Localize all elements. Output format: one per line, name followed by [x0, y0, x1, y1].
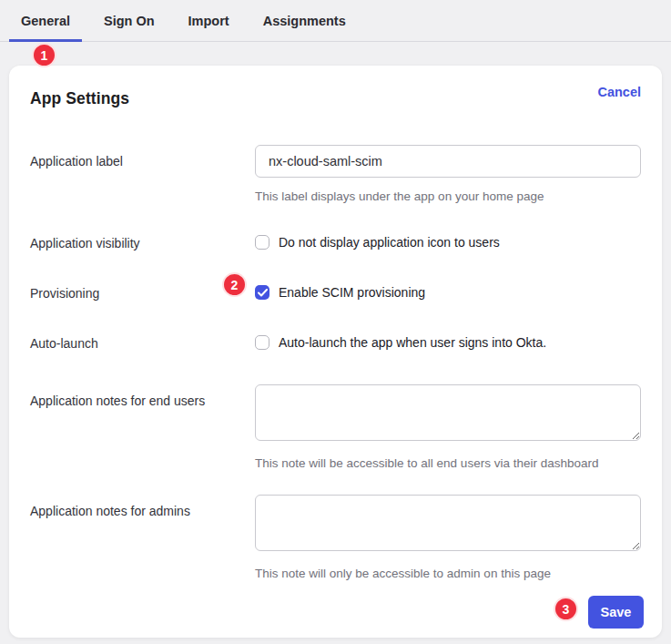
field-helper-text: This label displays under the app on you… — [255, 189, 641, 204]
tab-sign-on[interactable]: Sign On — [92, 0, 167, 41]
app-settings-card: App Settings Cancel Application label Th… — [9, 66, 662, 638]
checkbox-label[interactable]: Enable SCIM provisioning — [279, 285, 425, 300]
step-badge-1: 1 — [32, 43, 56, 67]
cancel-link[interactable]: Cancel — [597, 85, 641, 99]
form-row-auto-launch: Auto-launch Auto-launch the app when use… — [30, 334, 641, 352]
form-row-provisioning: Provisioning Enable SCIM provisioning — [30, 284, 641, 302]
hide-app-icon-checkbox[interactable] — [255, 235, 269, 250]
application-label-input[interactable] — [255, 145, 641, 178]
page-title: App Settings — [30, 89, 129, 108]
check-icon — [258, 289, 268, 297]
field-label: Application visibility — [30, 234, 255, 251]
field-label: Provisioning — [30, 284, 255, 302]
field-label: Application label — [30, 145, 255, 169]
enable-scim-checkbox[interactable] — [255, 285, 269, 300]
notes-admins-textarea[interactable] — [255, 495, 641, 551]
checkbox-label[interactable]: Do not display application icon to users — [279, 235, 500, 250]
field-helper-text: This note will be accessible to all end … — [255, 456, 641, 471]
step-badge-2: 2 — [222, 272, 247, 297]
field-helper-text: This note will only be accessible to adm… — [255, 567, 641, 581]
form-row-notes-admins: Application notes for admins This note w… — [30, 495, 641, 581]
notes-end-users-textarea[interactable] — [255, 384, 641, 441]
checkbox-label[interactable]: Auto-launch the app when user signs into… — [279, 335, 546, 350]
field-label: Application notes for admins — [30, 495, 255, 519]
field-label: Auto-launch — [30, 334, 255, 352]
card-footer: Save — [588, 596, 644, 629]
save-button[interactable]: Save — [588, 596, 644, 629]
tab-assignments[interactable]: Assignments — [251, 0, 358, 41]
form-row-application-label: Application label This label displays un… — [30, 145, 641, 204]
auto-launch-checkbox[interactable] — [255, 335, 269, 350]
card-header: App Settings Cancel — [30, 89, 641, 108]
tab-import[interactable]: Import — [177, 0, 241, 41]
app-tabs: General Sign On Import Assignments — [0, 0, 671, 42]
field-label: Application notes for end users — [30, 384, 255, 409]
tab-general[interactable]: General — [9, 0, 82, 41]
form-row-notes-end-users: Application notes for end users This not… — [30, 384, 641, 471]
form-row-application-visibility: Application visibility Do not display ap… — [30, 234, 641, 251]
step-badge-3: 3 — [554, 597, 578, 621]
